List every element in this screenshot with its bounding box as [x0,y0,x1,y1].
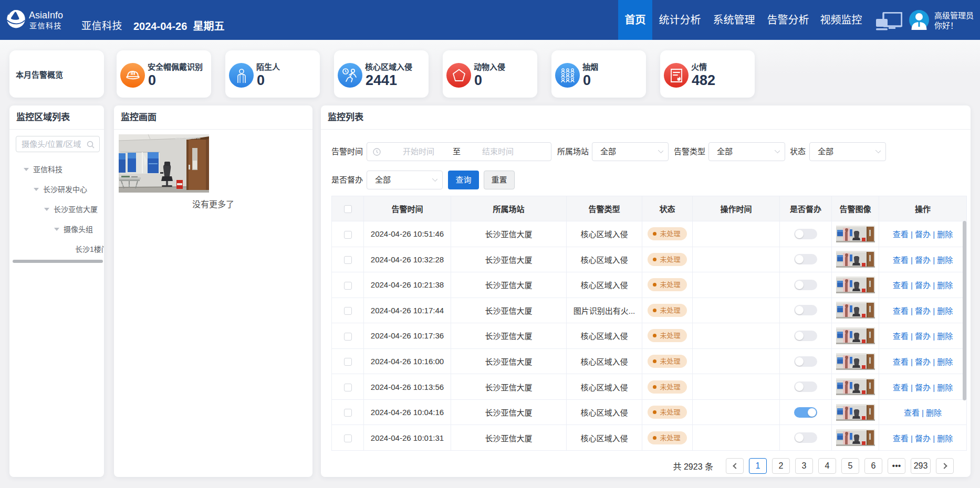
svg-text:IPC Camera: IPC Camera [121,184,139,187]
svg-text:2024-04-26 15:08: 2024-04-26 15:08 [175,136,201,140]
